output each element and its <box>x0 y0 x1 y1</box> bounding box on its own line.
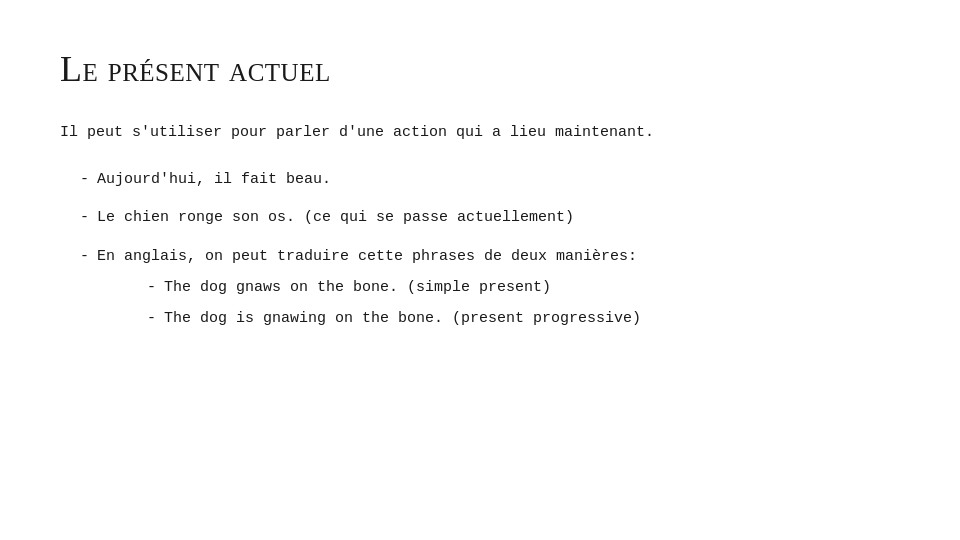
sub-bullet-list: - The dog gnaws on the bone. (simple pre… <box>127 276 900 332</box>
bullet-text-3: En anglais, on peut traduire cette phras… <box>97 245 900 337</box>
list-item: - The dog is gnawing on the bone. (prese… <box>127 307 900 332</box>
list-item: - The dog gnaws on the bone. (simple pre… <box>127 276 900 301</box>
bullet-text-1: Aujourd'hui, il fait beau. <box>97 168 900 193</box>
slide-body: Il peut s'utiliser pour parler d'une act… <box>60 120 900 337</box>
bullet-dash-1: - <box>80 168 89 193</box>
sub-bullet-dash-1: - <box>147 276 156 301</box>
list-item: - Aujourd'hui, il fait beau. <box>60 168 900 193</box>
intro-paragraph: Il peut s'utiliser pour parler d'une act… <box>60 120 900 146</box>
bullet-dash-2: - <box>80 206 89 231</box>
sub-bullet-text-2: The dog is gnawing on the bone. (present… <box>164 307 900 332</box>
sub-bullet-text-1: The dog gnaws on the bone. (simple prese… <box>164 276 900 301</box>
bullet-text-2: Le chien ronge son os. (ce qui se passe … <box>97 206 900 231</box>
list-item: - Le chien ronge son os. (ce qui se pass… <box>60 206 900 231</box>
slide: Le présent actuel Il peut s'utiliser pou… <box>0 0 960 540</box>
bullet-list: - Aujourd'hui, il fait beau. - Le chien … <box>60 168 900 338</box>
bullet-dash-3: - <box>80 245 89 270</box>
slide-title: Le présent actuel <box>60 48 900 90</box>
sub-bullet-dash-2: - <box>147 307 156 332</box>
list-item: - En anglais, on peut traduire cette phr… <box>60 245 900 337</box>
